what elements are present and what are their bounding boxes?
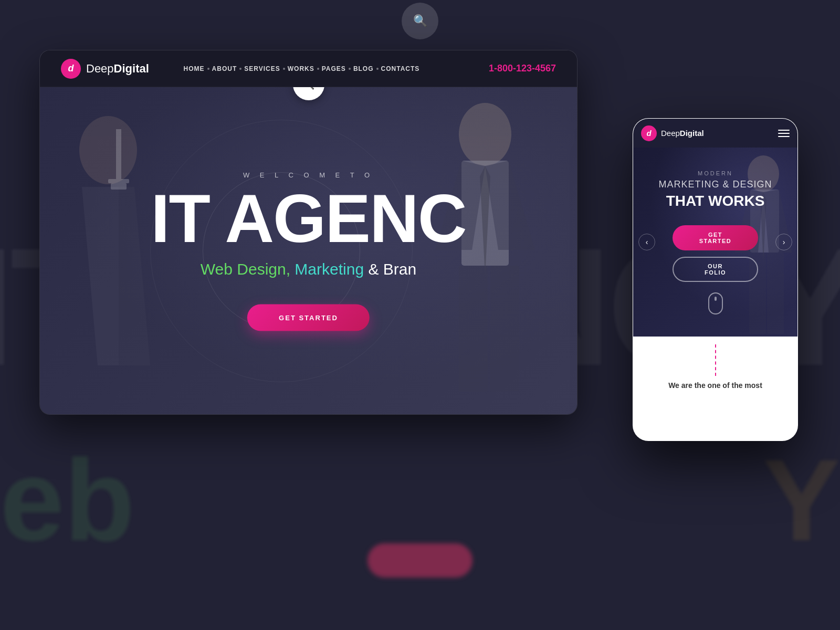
get-started-button[interactable]: GET STARTED (247, 304, 370, 331)
nav-link-about[interactable]: ABOUT (212, 65, 237, 72)
hamburger-line-2 (778, 133, 790, 134)
mobile-our-folio-button[interactable]: OUR FOLIO (673, 257, 758, 282)
dashed-line (715, 344, 716, 376)
nav-item-pages[interactable]: PAGES (322, 65, 346, 72)
hero-title: IT AGENC (93, 184, 523, 252)
chevron-left-icon: ‹ (646, 238, 648, 246)
subtitle-orange: Marketing (295, 260, 364, 277)
hamburger-line-1 (778, 130, 790, 131)
nav-menu: HOME ABOUT SERVICES WORKS PAGES BLOG (184, 65, 420, 72)
nav-link-pages[interactable]: PAGES (322, 65, 346, 72)
nav-link-contacts[interactable]: CONTACTS (381, 65, 420, 72)
desktop-hero: 🔍 W E L C O M E T O IT AGENC Web Design,… (40, 87, 577, 414)
nav-item-about[interactable]: ABOUT (212, 65, 237, 72)
mobile-hero-sub: MODERN (658, 170, 772, 176)
svg-point-0 (459, 103, 511, 166)
nav-item-blog[interactable]: BLOG (353, 65, 374, 72)
mobile-get-started-button[interactable]: GET STARTED (673, 225, 758, 250)
search-icon: 🔍 (303, 87, 314, 90)
desktop-navbar: d DeepDigital HOME ABOUT SERVICES WORKS (40, 50, 577, 87)
mobile-hero: ‹ › MODERN MARKETING & DESIGN THAT WORKS… (633, 148, 797, 337)
mouse-scroll-wheel (715, 297, 717, 301)
mobile-logo-text: DeepDigital (661, 129, 704, 138)
nav-item-works[interactable]: WORKS (288, 65, 314, 72)
welcome-text: W E L C O M E T O (93, 171, 523, 178)
nav-dot-6 (376, 68, 379, 70)
nav-dot-2 (239, 68, 242, 70)
nav-link-home[interactable]: HOME (184, 65, 205, 72)
subtitle-green: Web Design, (201, 260, 295, 277)
hamburger-menu[interactable] (778, 130, 790, 137)
search-circle-top[interactable]: 🔍 (402, 3, 438, 39)
logo-icon: d (61, 59, 81, 79)
desktop-logo[interactable]: d DeepDigital (61, 59, 149, 79)
nav-dot-3 (283, 68, 285, 70)
nav-dot-5 (349, 68, 351, 70)
next-arrow[interactable]: › (775, 234, 792, 250)
mobile-bottom-text: We are the one of the most (668, 381, 762, 390)
mobile-hero-title: THAT WORKS (658, 193, 772, 209)
mobile-hero-tagline: MARKETING & DESIGN (658, 179, 772, 190)
hero-subtitle: Web Design, Marketing & Bran (93, 260, 523, 278)
bg-button-bottom (368, 543, 472, 578)
nav-item-services[interactable]: SERVICES (244, 65, 280, 72)
nav-link-works[interactable]: WORKS (288, 65, 314, 72)
search-icon-top: 🔍 (413, 14, 427, 28)
nav-dot-4 (317, 68, 319, 70)
hero-content: W E L C O M E T O IT AGENC Web Design, M… (93, 171, 523, 331)
bg-text-yellow: Y (763, 434, 840, 567)
mobile-logo-light: Deep (661, 129, 680, 138)
mobile-hero-content: MODERN MARKETING & DESIGN THAT WORKS GET… (643, 170, 788, 314)
nav-item-home[interactable]: HOME (184, 65, 205, 72)
desktop-mockup: d DeepDigital HOME ABOUT SERVICES WORKS (39, 50, 578, 415)
mouse-shape (708, 292, 723, 314)
mobile-header: d DeepDigital (633, 119, 797, 148)
mouse-scroll-icon (658, 292, 772, 314)
phone-number[interactable]: 1-800-123-4567 (489, 63, 556, 74)
chevron-right-icon: › (783, 238, 785, 246)
nav-link-blog[interactable]: BLOG (353, 65, 374, 72)
nav-link-services[interactable]: SERVICES (244, 65, 280, 72)
prev-arrow[interactable]: ‹ (638, 234, 655, 250)
logo-text: DeepDigital (86, 62, 149, 76)
nav-dot-1 (207, 68, 209, 70)
bg-text-green: eb (0, 434, 135, 567)
hamburger-line-3 (778, 136, 790, 137)
mobile-bottom-section: We are the one of the most (633, 337, 797, 397)
mobile-mockup: d DeepDigital (633, 118, 798, 441)
mobile-logo-icon: d (641, 125, 657, 141)
subtitle-white: & Bran (368, 260, 416, 277)
mobile-logo-bold: Digital (680, 129, 704, 138)
nav-item-contacts[interactable]: CONTACTS (381, 65, 420, 72)
